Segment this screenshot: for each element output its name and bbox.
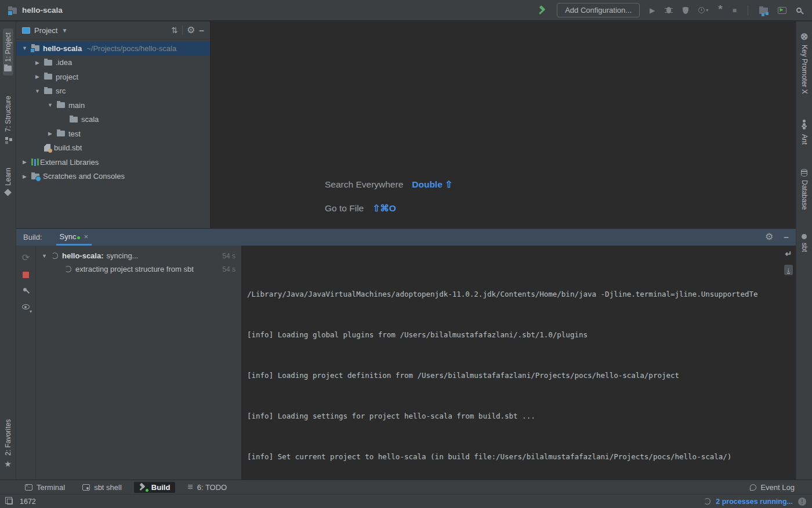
- tree-row-label: test: [68, 129, 81, 138]
- editor-area[interactable]: Search Everywhere Double ⇧ Go to File ⇧⌘…: [211, 21, 796, 228]
- stop-icon[interactable]: [733, 6, 737, 15]
- tree-row-label: .idea: [56, 58, 72, 67]
- tool-tab-learn[interactable]: Learn: [3, 164, 13, 201]
- search-everywhere-icon[interactable]: [796, 8, 802, 13]
- tree-row-test[interactable]: ▶ test: [16, 127, 210, 141]
- expand-arrow-icon[interactable]: ▼: [45, 102, 55, 108]
- terminal-icon: [25, 484, 32, 491]
- tree-row-src[interactable]: ▼ src: [16, 84, 210, 99]
- tool-tab-6-todo[interactable]: 6: TODO: [182, 482, 232, 493]
- tree-row-idea[interactable]: ▶ .idea: [16, 56, 210, 70]
- tool-tab-label: Learn: [4, 168, 12, 186]
- hide-panel-icon[interactable]: [784, 232, 789, 242]
- tree-row-scala[interactable]: scala: [16, 113, 210, 127]
- view-options-icon[interactable]: [22, 304, 30, 309]
- console-line: [info] Set current project to hello-scal…: [247, 452, 791, 462]
- run-anything-icon[interactable]: [778, 7, 786, 14]
- tool-tab-1-project[interactable]: 1: Project: [3, 28, 13, 75]
- scroll-to-end-icon[interactable]: [784, 265, 793, 275]
- expand-arrow-icon[interactable]: ▼: [20, 45, 30, 51]
- tool-tab-key-promoter-x[interactable]: Key Promoter X: [799, 28, 810, 98]
- tool-window-switcher-icon[interactable]: [7, 499, 13, 505]
- status-bar-right: 2 processes running...: [704, 498, 806, 506]
- window-title: hello-scala: [22, 6, 63, 15]
- collapse-all-icon[interactable]: [171, 26, 178, 35]
- tool-tab-7-structure[interactable]: 7: Structure: [3, 92, 13, 147]
- status-value[interactable]: 1672: [20, 498, 36, 506]
- console-line: /Library/Java/JavaVirtualMachines/adopto…: [247, 289, 791, 300]
- event-log-button[interactable]: Event Log: [750, 483, 795, 492]
- debug-icon[interactable]: [666, 7, 671, 13]
- folder-icon: [44, 60, 52, 66]
- right-tool-strip: Key Promoter X Ant Database sbt: [796, 21, 812, 480]
- titlebar-toolbar: Add Configuration... ▾: [538, 3, 804, 17]
- tool-tab-label: 2: Favorites: [4, 419, 12, 456]
- expand-arrow-icon[interactable]: ▶: [45, 131, 55, 136]
- build-console[interactable]: /Library/Java/JavaVirtualMachines/adopto…: [242, 246, 796, 480]
- processes-running-link[interactable]: 2 processes running...: [716, 498, 793, 506]
- build-tree-row[interactable]: ▼ hello-scala: syncing... 54 s: [36, 249, 241, 262]
- tree-row-hello-scala[interactable]: ▼ hello-scala ~/Projects/pocs/hello-scal…: [16, 41, 210, 56]
- header-divider: [182, 26, 183, 35]
- tree-row-build-sbt[interactable]: build.sbt: [16, 141, 210, 156]
- tool-tab-database[interactable]: Database: [799, 165, 810, 214]
- close-icon[interactable]: ×: [84, 232, 88, 241]
- folder-icon: [57, 131, 65, 136]
- expand-arrow-icon[interactable]: ▼: [39, 253, 49, 259]
- right-strip-top: Key Promoter X Ant Database sbt: [796, 21, 812, 263]
- console-line: [info] Loading global plugins from /User…: [247, 330, 791, 340]
- shortcut-keys: ⇧⌘O: [372, 203, 396, 214]
- folder-icon: [44, 88, 52, 94]
- build-tree-row[interactable]: extracting project structure from sbt 54…: [36, 262, 241, 276]
- chevron-down-icon[interactable]: ▼: [61, 27, 67, 34]
- gear-icon[interactable]: [765, 233, 773, 242]
- project-structure-icon[interactable]: [759, 8, 768, 14]
- project-tree: ▼ hello-scala ~/Projects/pocs/hello-scal…: [16, 39, 210, 183]
- add-configuration-button[interactable]: Add Configuration...: [557, 3, 640, 17]
- folder-icon: [44, 74, 52, 80]
- tree-row-label: hello-scala: [43, 44, 82, 53]
- profiler-button[interactable]: ▾: [698, 7, 708, 13]
- tree-row-external-libraries[interactable]: ▶ External Libraries: [16, 155, 210, 170]
- status-bar: 1672 2 processes running...: [0, 494, 812, 508]
- tool-tab-2-favorites[interactable]: 2: Favorites: [3, 415, 13, 473]
- expand-arrow-icon[interactable]: ▶: [20, 159, 30, 165]
- tree-row-scratches-and-consoles[interactable]: ▶ Scratches and Consoles: [16, 170, 210, 184]
- tool-tab-sbt[interactable]: sbt: [799, 230, 810, 256]
- hide-panel-icon[interactable]: [199, 26, 204, 35]
- build-task-time: 54 s: [222, 252, 241, 260]
- tool-tab-build[interactable]: Build: [134, 482, 176, 493]
- expand-arrow-icon[interactable]: ▼: [32, 88, 42, 94]
- tool-tab-terminal[interactable]: Terminal: [20, 482, 70, 493]
- tool-tab-sbt-shell[interactable]: sbt shell: [77, 482, 127, 493]
- alert-icon[interactable]: [798, 498, 806, 506]
- project-panel-title[interactable]: Project: [34, 26, 57, 35]
- tool-tab-label: 7: Structure: [4, 96, 12, 132]
- stop-build-icon[interactable]: [23, 272, 29, 278]
- tab-sync[interactable]: Sync ×: [56, 229, 92, 246]
- tool-tab-label: Database: [800, 180, 809, 210]
- tool-tab-label: sbt shell: [94, 483, 122, 492]
- expand-arrow-icon[interactable]: ▶: [32, 74, 42, 80]
- database-icon: [801, 169, 807, 176]
- gear-icon[interactable]: [187, 26, 195, 35]
- expand-arrow-icon[interactable]: ▶: [20, 174, 30, 179]
- tree-row-main[interactable]: ▼ main: [16, 98, 210, 113]
- soft-wrap-icon[interactable]: [785, 249, 792, 258]
- tree-row-label: build.sbt: [54, 143, 82, 152]
- background-spinner-icon: [704, 498, 710, 505]
- console-gutter: [784, 249, 793, 275]
- tree-row-label: scala: [81, 115, 99, 124]
- run-icon[interactable]: [650, 6, 655, 15]
- build-hammer-icon[interactable]: [538, 6, 547, 15]
- build-panel-body: ▼ hello-scala: syncing... 54 s extractin…: [16, 246, 796, 480]
- expand-arrow-icon[interactable]: ▶: [32, 60, 42, 66]
- coverage-icon[interactable]: [683, 7, 688, 14]
- tool-tab-ant[interactable]: Ant: [799, 114, 810, 149]
- build-task-status: syncing...: [107, 251, 139, 260]
- tree-row-project[interactable]: ▶ project: [16, 70, 210, 84]
- tree-row-label: External Libraries: [40, 158, 99, 167]
- rerun-icon[interactable]: [22, 254, 30, 262]
- attach-profiler-icon[interactable]: [718, 6, 722, 15]
- pin-icon[interactable]: [23, 288, 27, 291]
